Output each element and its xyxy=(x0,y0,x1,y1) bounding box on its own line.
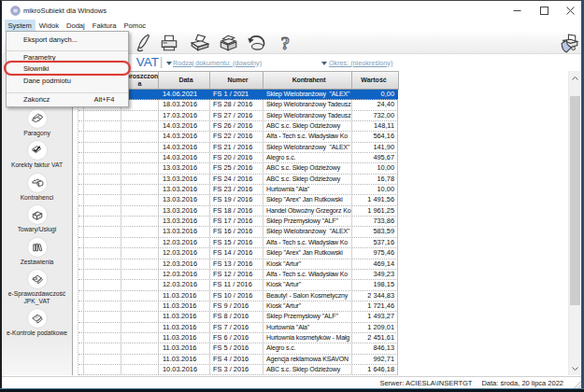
table-row[interactable]: 12.03.2016 FS 14 / 2016 Sklep "Arex" Jan… xyxy=(78,248,398,259)
cell-uproszczona xyxy=(121,121,159,131)
cell-a xyxy=(84,259,121,269)
table-row[interactable]: 12.03.2016 FS 12 / 2016 Alfa - Tech s.c.… xyxy=(78,270,398,280)
cell-numer: FS 16 / 2016 xyxy=(210,227,264,236)
refresh-button[interactable] xyxy=(247,33,267,53)
table-row[interactable]: 11.03.2016 FS 10 / 2016 Beauty! - Salon … xyxy=(78,291,398,301)
cell-wartosc: 583,59 xyxy=(352,227,398,236)
help-button[interactable]: ? xyxy=(276,33,296,53)
vertical-scrollbar[interactable] xyxy=(568,71,580,375)
quill-pen-icon xyxy=(134,33,154,53)
table-row[interactable]: 13.03.2016 FS 19 / 2016 Sklep "Arex" Jan… xyxy=(78,195,398,205)
cell-numer: FS 25 / 2016 xyxy=(210,163,264,173)
table-row[interactable]: 10.03.2016 FS 3 / 2016 ABC s.c. Sklep Od… xyxy=(78,365,398,375)
cell-a xyxy=(84,343,121,353)
cell-uproszczona xyxy=(121,323,159,332)
column-header-wartosc[interactable]: Wartość xyxy=(352,72,398,90)
cell-numer: FS 17 / 2016 xyxy=(210,217,264,226)
table-row[interactable]: 11.03.2016 FS 9 / 2016 Kiosk "Artur" 1 7… xyxy=(78,301,398,312)
table-row[interactable]: 14.03.2016 FS 21 / 2016 Sklep Wielobranż… xyxy=(78,143,398,153)
status-server: Serwer: ACIESLA\INSERTGT xyxy=(379,379,472,387)
resize-grip[interactable] xyxy=(574,381,581,388)
table-row[interactable]: 13.03.2016 FS 16 / 2016 Sklep Wielobranż… xyxy=(78,227,398,237)
fax-printer-icon xyxy=(218,33,238,53)
cell-a xyxy=(84,217,121,226)
table-row[interactable]: 11.03.2016 FS 8 / 2016 Sklep Przemysłowy… xyxy=(78,312,398,322)
table-row[interactable]: 13.03.2016 FS 23 / 2016 Hurtownia "Ala" … xyxy=(78,185,398,195)
svg-text:?: ? xyxy=(281,34,291,53)
document-type-dropdown-icon[interactable] xyxy=(166,62,172,65)
menu-item[interactable]: Dane podmiotu xyxy=(7,75,128,88)
sidebar-item[interactable]: Paragony xyxy=(2,109,72,137)
sidebar-item-icon-circle xyxy=(28,205,47,224)
cell-data: 11.03.2016 xyxy=(159,323,210,332)
cell-numer: FS 24 / 2016 xyxy=(210,175,264,184)
cell-a xyxy=(84,143,121,152)
cell-wartosc: 349,23 xyxy=(352,270,398,279)
table-row[interactable]: 13.03.2016 FS 17 / 2016 Sklep Przemysłow… xyxy=(78,217,398,227)
period-dropdown-icon[interactable] xyxy=(321,62,327,65)
sidebar-item[interactable]: Korekty faktur VAT xyxy=(2,141,72,169)
period-filter-link[interactable]: Okres: (nieokreślony) xyxy=(329,59,392,67)
table-row[interactable]: 14.03.2016 FS 26 / 2016 ABC s.c. Sklep O… xyxy=(78,121,398,132)
sidebar-item[interactable]: Zestawienia xyxy=(2,238,72,266)
red-highlight-annotation xyxy=(4,61,131,76)
cell-a xyxy=(84,355,121,364)
cell-kontrahent: Alegro s.c. xyxy=(264,153,352,162)
menu-item[interactable]: Zakończ Alt+F4 xyxy=(7,92,128,105)
table-row[interactable]: 11.03.2016 FS 5 / 2016 Alegro s.c. 846,1… xyxy=(78,343,398,354)
menubar-item-label: Faktura xyxy=(93,21,117,30)
print-receipt-button[interactable] xyxy=(560,33,581,54)
sidebar-item-icon xyxy=(29,311,45,327)
cell-a xyxy=(84,280,121,289)
table-row[interactable]: 11.03.2016 FS 7 / 2016 Hurtownia "Ala" 1… xyxy=(78,323,398,333)
close-button[interactable] xyxy=(557,2,583,20)
sidebar-item[interactable]: Towary/Usługi xyxy=(2,205,72,233)
cell-wartosc: 1 961,25 xyxy=(352,206,398,216)
menu-item-shortcut: Alt+F4 xyxy=(94,95,115,104)
scroll-up-button[interactable] xyxy=(569,71,581,85)
table-row[interactable]: 13.03.2016 FS 18 / 2016 Handel Obwoźny G… xyxy=(78,206,398,217)
print-button[interactable] xyxy=(159,33,179,53)
sidebar-item[interactable]: e-Sprawozdawczość JPK_VAT xyxy=(2,270,72,304)
document-type-filter-link[interactable]: Rodzaj dokumentu: (dowolny) xyxy=(173,59,262,67)
scroll-down-icon xyxy=(572,367,578,371)
table-row[interactable]: 14.03.2016 FS 20 / 2016 Alegro s.c. 495,… xyxy=(78,153,398,163)
sidebar-item-icon xyxy=(29,175,45,190)
table-row[interactable]: 11.03.2016 FS 6 / 2016 Hurtownia kosmety… xyxy=(78,333,398,343)
cell-numer: FS 10 / 2016 xyxy=(210,291,264,301)
print-open-button[interactable] xyxy=(190,33,210,53)
cell-a xyxy=(84,291,121,301)
cell-data: 10.03.2016 xyxy=(159,365,210,374)
scroll-down-button[interactable] xyxy=(569,361,581,375)
sidebar-item-icon xyxy=(29,110,45,126)
table-row[interactable]: 11.03.2016 FS 4 / 2016 Agencja reklamowa… xyxy=(78,355,398,365)
column-header-kontrahent[interactable]: Kontrahent xyxy=(264,72,352,90)
table-row[interactable]: 17.03.2016 FS 27 / 2016 Sklep Wielobranż… xyxy=(78,111,398,121)
cell-data: 11.03.2016 xyxy=(159,343,210,353)
column-header-data[interactable]: Data xyxy=(159,72,210,90)
table-row[interactable]: 13.03.2016 FS 24 / 2016 ABC s.c. Sklep O… xyxy=(78,175,398,185)
cell-numer: FS 12 / 2016 xyxy=(210,270,264,279)
fax-print-button[interactable] xyxy=(218,33,238,53)
column-header-numer[interactable]: Numer xyxy=(210,72,264,90)
menu-item[interactable]: Eksport danych... xyxy=(7,34,128,47)
cell-wartosc: 198,15 xyxy=(352,280,398,289)
table-row[interactable]: 14.03.2016 FS 22 / 2016 Alfa - Tech s.c.… xyxy=(78,132,398,142)
table-row[interactable]: 13.03.2016 FS 25 / 2016 ABC s.c. Sklep O… xyxy=(78,163,398,174)
cell-uproszczona xyxy=(121,280,159,289)
cell-wartosc: 992,71 xyxy=(352,355,398,364)
maximize-button[interactable] xyxy=(531,2,557,20)
minimize-button[interactable] xyxy=(504,2,530,20)
table-row[interactable]: 12.03.2016 FS 13 / 2016 Kiosk "Artur" 46… xyxy=(78,259,398,270)
table-row[interactable]: 12.03.2016 FS 11 / 2016 Kiosk "Artur" 19… xyxy=(78,280,398,290)
sidebar-item[interactable]: Kontrahenci xyxy=(2,174,72,202)
cell-wartosc: 2 451,61 xyxy=(352,333,398,343)
scrollbar-thumb[interactable] xyxy=(570,96,580,305)
new-document-button[interactable] xyxy=(134,33,154,53)
minimize-icon xyxy=(513,7,521,15)
cell-uproszczona xyxy=(121,355,159,364)
app-icon xyxy=(10,6,21,16)
sidebar-item[interactable]: e-Kontrole podatkowe xyxy=(2,309,72,337)
cell-wartosc: 1 721,46 xyxy=(352,301,398,311)
table-row[interactable]: 12.03.2016 FS 15 / 2016 Alfa - Tech s.c.… xyxy=(78,238,398,248)
